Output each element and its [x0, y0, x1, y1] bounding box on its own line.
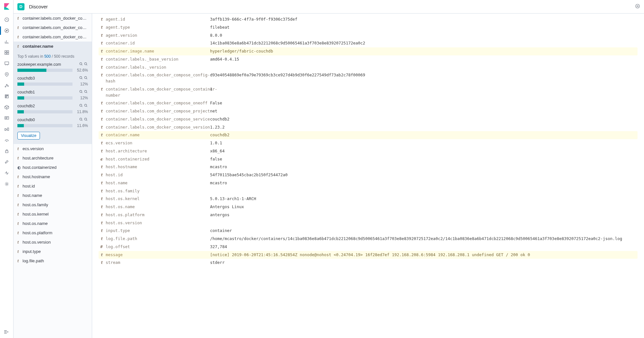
field-row[interactable]: ◐host.containerized — [14, 163, 92, 172]
nav-security-icon[interactable] — [0, 146, 14, 157]
doc-field-type-icon: # — [99, 244, 104, 250]
field-row-selected[interactable]: t container.name — [14, 42, 92, 51]
doc-field-key: container.labels._version — [104, 64, 210, 71]
filter-out-icon[interactable] — [84, 103, 88, 109]
svg-rect-5 — [7, 53, 9, 54]
doc-field-value: false — [210, 156, 638, 162]
filter-for-icon[interactable] — [79, 90, 83, 95]
kibana-logo[interactable] — [3, 3, 11, 10]
doc-field-type-icon: t — [99, 260, 104, 266]
nav-visualize-icon[interactable] — [0, 36, 14, 47]
field-row[interactable]: thost.os.platform — [14, 228, 92, 237]
nav-canvas-icon[interactable] — [0, 58, 14, 69]
stat-pct: 11.8% — [75, 110, 88, 114]
collapse-nav-icon[interactable] — [3, 329, 8, 335]
field-type-icon: t — [17, 249, 23, 254]
filter-out-icon[interactable] — [84, 76, 88, 81]
nav-apm-icon[interactable] — [0, 113, 14, 124]
svg-point-24 — [84, 63, 87, 65]
doc-field-value: x86_64 — [210, 148, 638, 154]
stat-pct: 12% — [75, 82, 88, 86]
nav-siem-icon[interactable] — [0, 135, 14, 146]
stat-pct: 11.6% — [75, 123, 88, 128]
doc-field-row: thost.os.nameAntergos Linux — [99, 203, 638, 211]
field-row[interactable]: tinput.type — [14, 247, 92, 256]
stat-bar — [17, 82, 72, 86]
doc-field-row: thost.namemcastro — [99, 179, 638, 187]
doc-field-value: 1.0.1 — [210, 140, 638, 146]
field-row[interactable]: tcontainer.labels.com_docker_comp... — [14, 32, 92, 42]
field-row[interactable]: thost.hostname — [14, 172, 92, 181]
doc-field-key: log.file.path — [104, 236, 210, 242]
field-type-icon: t — [17, 240, 23, 245]
header-settings-icon[interactable] — [635, 4, 640, 10]
doc-field-row: tagent.id3affb139-666c-4f7a-9f0f-f9306c3… — [99, 15, 638, 24]
filter-for-icon[interactable] — [79, 103, 83, 109]
filter-out-icon[interactable] — [84, 117, 88, 122]
field-row[interactable]: thost.os.version — [14, 237, 92, 247]
field-row[interactable]: tcontainer.labels.com_docker_comp... — [14, 14, 92, 23]
doc-field-type-icon: t — [99, 16, 104, 23]
doc-detail-area: tagent.id3affb139-666c-4f7a-9f0f-f9306c3… — [92, 14, 644, 338]
stat-label: couchdb1 — [17, 90, 79, 94]
field-row[interactable]: thost.os.kernel — [14, 209, 92, 219]
field-name: host.name — [23, 193, 42, 198]
doc-field-type-icon: t — [99, 108, 104, 114]
nav-infra-icon[interactable] — [0, 91, 14, 102]
filter-for-icon[interactable] — [79, 76, 83, 81]
doc-field-key: host.containerized — [104, 156, 210, 162]
doc-field-key: message — [104, 252, 210, 258]
field-type-icon: t — [17, 231, 23, 235]
field-row[interactable]: thost.os.name — [14, 219, 92, 228]
nav-management-icon[interactable] — [0, 179, 14, 189]
doc-field-value: 327,784 — [210, 244, 638, 250]
nav-devtools-icon[interactable] — [0, 157, 14, 168]
doc-field-type-icon: t — [99, 204, 104, 210]
filter-for-icon[interactable] — [79, 117, 83, 122]
stat-pct: 12% — [75, 96, 88, 100]
svg-point-21 — [636, 4, 639, 8]
doc-field-row: thost.os.family — [99, 187, 638, 195]
doc-field-key: container.labels.com_docker_compose_serv… — [104, 116, 210, 122]
field-row[interactable]: tlog.file.path — [14, 256, 92, 266]
filter-out-icon[interactable] — [84, 90, 88, 95]
app-badge: D — [17, 3, 24, 10]
nav-uptime-icon[interactable] — [0, 124, 14, 135]
field-name: log.file.path — [23, 258, 44, 263]
field-stats-panel: Top 5 values in 500 / 500 records zookee… — [14, 51, 92, 144]
doc-field-type-icon: t — [99, 220, 104, 226]
svg-rect-3 — [7, 51, 9, 52]
filter-out-icon[interactable] — [84, 62, 88, 67]
nav-maps-icon[interactable] — [0, 69, 14, 80]
doc-field-type-icon: t — [99, 148, 104, 154]
svg-rect-2 — [5, 51, 6, 52]
field-row[interactable]: tcontainer.labels.com_docker_comp... — [14, 23, 92, 32]
field-row[interactable]: thost.name — [14, 191, 92, 200]
filter-for-icon[interactable] — [79, 62, 83, 67]
nav-discover-icon[interactable] — [0, 25, 14, 36]
field-row[interactable]: tecs.version — [14, 144, 92, 153]
visualize-button[interactable]: Visualize — [17, 132, 40, 140]
doc-field-key: container.labels.com_docker_compose_oneo… — [104, 100, 210, 106]
field-row[interactable]: thost.id — [14, 181, 92, 191]
field-type-icon: t — [17, 156, 23, 160]
nav-recent-icon[interactable] — [0, 14, 14, 25]
nav-ml-icon[interactable] — [0, 80, 14, 91]
field-row[interactable]: thost.os.family — [14, 200, 92, 209]
doc-field-key: container.id — [104, 40, 210, 46]
stats-count-link[interactable]: 500 — [44, 54, 51, 59]
nav-logs-icon[interactable] — [0, 102, 14, 113]
field-row[interactable]: thost.architecture — [14, 153, 92, 163]
field-type-icon: t — [17, 44, 23, 49]
nav-dashboard-icon[interactable] — [0, 47, 14, 58]
doc-field-row: tcontainer.namecouchdb2 — [99, 131, 638, 139]
doc-field-type-icon: t — [99, 116, 104, 122]
stat-label: zookeeper.example.com — [17, 62, 79, 67]
doc-field-value: stderr — [210, 260, 638, 266]
field-name: host.os.kernel — [23, 212, 49, 217]
svg-point-28 — [84, 90, 87, 92]
nav-monitoring-icon[interactable] — [0, 168, 14, 179]
svg-point-26 — [84, 76, 87, 79]
doc-field-value: hyperledger/fabric-couchdb — [210, 48, 638, 54]
field-type-icon: t — [17, 259, 23, 263]
